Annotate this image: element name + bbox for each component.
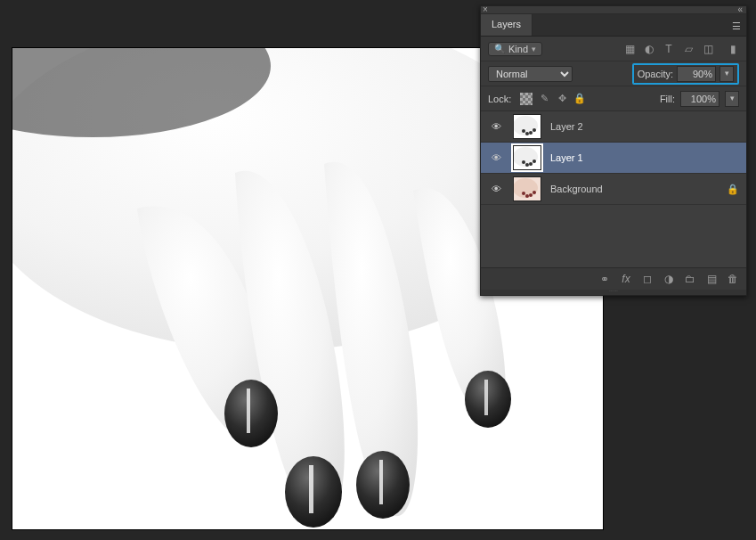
lock-icons: ✎ ✥ 🔒: [520, 93, 586, 105]
fill-dropdown-icon[interactable]: ▾: [725, 91, 739, 107]
layer-name[interactable]: Layer 2: [550, 121, 583, 132]
layer-thumbnail[interactable]: [513, 176, 541, 201]
chevron-down-icon: ▾: [532, 45, 536, 53]
filter-pixel-icon[interactable]: ▦: [623, 43, 636, 55]
svg-point-28: [532, 191, 536, 194]
panel-close-icon[interactable]: ×: [483, 4, 488, 14]
panel-menu-icon[interactable]: ☰: [732, 20, 741, 32]
filter-smart-icon[interactable]: ◫: [702, 43, 714, 55]
delete-layer-icon[interactable]: 🗑: [727, 273, 739, 285]
opacity-control[interactable]: Opacity: 90% ▾: [632, 63, 739, 85]
layers-list: 👁 Layer 2 👁 Layer 1 👁 Background 🔒: [481, 111, 746, 267]
filter-adjust-icon[interactable]: ◐: [643, 43, 655, 55]
panel-topbar: × «: [481, 6, 746, 14]
lock-indicator-icon: 🔒: [727, 184, 739, 195]
new-adjustment-icon[interactable]: ◑: [663, 273, 675, 285]
lock-fill-row: Lock: ✎ ✥ 🔒 Fill: 100% ▾: [481, 86, 746, 111]
layers-panel: × « Layers ☰ 🔍 Kind ▾ ▦ ◐ T ▱ ◫ ▮ Normal…: [480, 5, 747, 296]
layer-filter-row: 🔍 Kind ▾ ▦ ◐ T ▱ ◫ ▮: [481, 37, 746, 61]
visibility-toggle[interactable]: 👁: [488, 184, 504, 194]
filter-shape-icon[interactable]: ▱: [682, 43, 695, 55]
opacity-value[interactable]: 90%: [677, 66, 716, 82]
svg-point-3: [224, 380, 278, 447]
layer-row[interactable]: 👁 Layer 2: [481, 111, 746, 143]
svg-rect-8: [379, 460, 383, 504]
fill-value[interactable]: 100%: [680, 91, 719, 107]
visibility-toggle[interactable]: 👁: [488, 152, 504, 163]
tab-layers[interactable]: Layers: [481, 14, 532, 36]
lock-all-icon[interactable]: 🔒: [573, 93, 586, 105]
fill-label: Fill:: [660, 94, 675, 104]
svg-point-14: [525, 132, 529, 135]
lock-transparent-icon[interactable]: [520, 93, 532, 105]
new-group-icon[interactable]: 🗀: [684, 273, 696, 285]
search-icon: 🔍: [494, 44, 505, 53]
svg-rect-6: [309, 465, 313, 513]
link-layers-icon[interactable]: ⚭: [598, 273, 611, 285]
layer-thumbnail[interactable]: [513, 114, 541, 139]
svg-point-26: [525, 194, 529, 198]
new-layer-icon[interactable]: ▤: [705, 273, 718, 285]
panel-tabbar: Layers ☰: [481, 14, 746, 37]
svg-point-13: [522, 129, 525, 133]
opacity-dropdown-icon[interactable]: ▾: [719, 66, 734, 82]
lock-position-icon[interactable]: ✥: [556, 93, 568, 105]
panel-collapse-icon[interactable]: «: [737, 4, 743, 14]
panel-resize-grip[interactable]: ┄┄: [481, 290, 746, 295]
lock-pixels-icon[interactable]: ✎: [538, 93, 550, 105]
filter-kind-label: Kind: [508, 44, 528, 54]
svg-point-19: [522, 160, 525, 164]
svg-point-27: [529, 193, 532, 197]
svg-point-21: [529, 162, 532, 166]
filter-toggle-icon[interactable]: ▮: [727, 43, 739, 55]
visibility-toggle[interactable]: 👁: [488, 121, 504, 132]
filter-type-icon[interactable]: T: [663, 43, 675, 55]
layer-name[interactable]: Layer 1: [550, 152, 583, 163]
svg-point-22: [532, 160, 536, 163]
filter-type-icons: ▦ ◐ T ▱ ◫ ▮: [623, 43, 739, 55]
layer-name[interactable]: Background: [550, 184, 603, 194]
layer-fx-icon[interactable]: fx: [620, 273, 632, 285]
svg-point-15: [529, 131, 532, 135]
add-mask-icon[interactable]: ◻: [641, 273, 654, 285]
layers-empty-area[interactable]: [481, 205, 746, 267]
svg-point-16: [532, 128, 536, 132]
layer-row[interactable]: 👁 Layer 1: [481, 143, 746, 174]
layer-thumbnail[interactable]: [513, 145, 541, 170]
svg-rect-10: [484, 380, 488, 415]
svg-point-20: [525, 163, 529, 167]
lock-label: Lock:: [488, 94, 511, 104]
blend-mode-select[interactable]: Normal: [488, 66, 573, 82]
svg-rect-4: [247, 389, 250, 433]
svg-point-25: [522, 192, 525, 195]
blend-opacity-row: Normal Opacity: 90% ▾: [481, 61, 746, 86]
layer-row[interactable]: 👁 Background 🔒: [481, 174, 746, 205]
opacity-label: Opacity:: [638, 69, 673, 79]
filter-kind-dropdown[interactable]: 🔍 Kind ▾: [488, 42, 542, 56]
